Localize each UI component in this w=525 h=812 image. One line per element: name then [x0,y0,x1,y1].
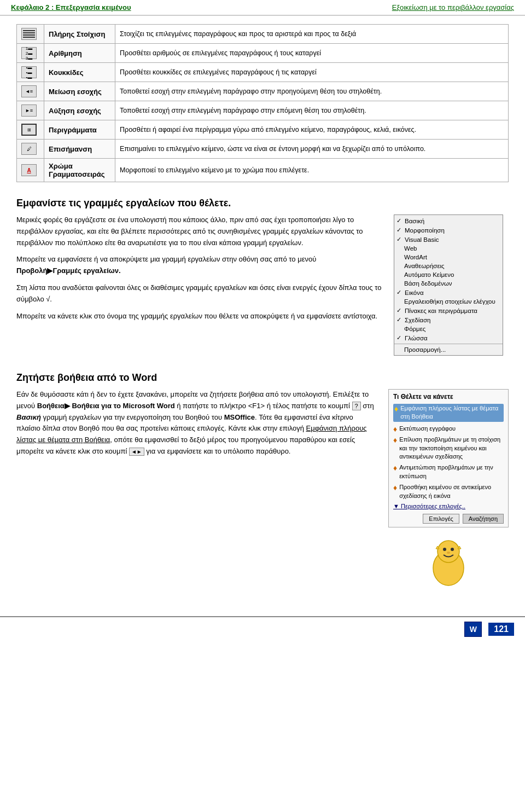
assistant-character-icon [424,535,473,590]
help-item-text: Επίλυση προβλημάτων με τη στοίχιση και τ… [399,436,504,461]
section1-p1: Μερικές φορές θα εργάζεστε σε ένα υπολογ… [16,214,383,248]
bullet-icon: ♦ [394,405,398,413]
page-footer: W 121 [0,616,525,641]
section2-content: Εάν δε θυμόσαστε κάτι ή δεν το έχετε ξαν… [16,389,509,591]
menu-item-review: Αναθεωρήσεις [394,262,503,270]
menu-item-draw: Σχεδίαση [394,315,503,324]
menu-item-tables: Πίνακες και περιγράμματα [394,306,503,315]
help-item-1: ♦ Εμφάνιση πλήρους λίστας με θέματα στη … [393,404,504,422]
menu-item-autotext: Αυτόματο Κείμενο [394,270,503,279]
help-item-text: Εκτύπωση εγγράφου [399,425,456,433]
page-header: Κεφάλαιο 2 : Επεξεργασία κειμένου Εξοικε… [0,0,525,16]
help-item-3: ♦ Επίλυση προβλημάτων με τη στοίχιση και… [393,436,504,461]
toolbar-icon-cell: ◄≡ [17,82,44,101]
assistant-character-area [388,535,509,591]
toolbar-icon-cell: ⊞ [17,120,44,140]
help-dialog: Τι Θέλετε να κάνετε ♦ Εμφάνιση πλήρους λ… [388,389,509,527]
menu-item-wordart: WordArt [394,253,503,262]
svg-point-4 [447,552,450,554]
bullet-icon: ♦ [393,436,397,444]
svg-point-3 [451,548,454,551]
dialog-title: Τι Θέλετε να κάνετε [393,393,504,401]
section1-p2: Μπορείτε να εμφανίσετε ή να αποκρύψετε μ… [16,254,383,277]
menu-item-image: Εικόνα [394,288,503,297]
toolbar-menu-box: Βασική Μορφοποίηση Visual Basic Web Word… [394,214,503,356]
help-dialog-area: Τι Θέλετε να κάνετε ♦ Εμφάνιση πλήρους λ… [388,389,509,591]
toolbar-desc-cell: Προσθέτει κουκκίδες σε επιλεγμένες παραγ… [115,63,509,82]
help-item-5: ♦ Προσθήκη κειμένου σε αντικείμενο σχεδί… [393,483,504,500]
bullet-icon: ♦ [393,425,397,433]
toolbar-desc-cell: Τοποθετεί εσοχή στην επιλεγμένη παράγραφ… [115,82,509,101]
toolbar-name-cell: Κουκκίδες [44,63,115,82]
toolbar-name-cell: Επισήμανση [44,140,115,159]
toolbar-desc-cell: Προσθέτει αριθμούς σε επιλεγμένες παραγρ… [115,44,509,63]
section-title: Εξοικείωση με το περιβάλλον εργασίας [392,3,514,11]
toolbar-icon-cell [17,25,44,44]
help-item-2: ♦ Εκτύπωση εγγράφου [393,425,504,433]
toolbar-desc-cell: Επισημαίνει το επιλεγμένο κείμενο, ώστε … [115,140,509,159]
menu-item-forms: Φόρμες [394,324,503,333]
menu-item-lang: Γλώσσα [394,333,503,343]
menu-item-db: Βάση δεδομένων [394,279,503,288]
page-number: 121 [488,623,514,636]
toolbar-name-cell: Περιγράμματα [44,120,115,140]
page-content: Πλήρης ΣτοίχισηΣτοιχίζει τις επιλεγμένες… [0,16,525,600]
menu-screenshot: Βασική Μορφοποίηση Visual Basic Web Word… [394,214,509,356]
bullet-icon: ♦ [393,484,397,491]
toolbar-icon-cell: 1▬2▬3▬ [17,44,44,63]
chapter-title: Κεφάλαιο 2 : Επεξεργασία κειμένου [11,3,131,11]
menu-item-web: Web [394,244,503,253]
section2-text: Εάν δε θυμόσαστε κάτι ή δεν το έχετε ξαν… [16,389,377,591]
options-button[interactable]: Επιλογές [423,514,459,524]
toolbar-desc-cell: Στοιχίζει τις επιλεγμένες παραγράφους κα… [115,25,509,44]
toolbar-name-cell: Αύξηση εσοχής [44,101,115,120]
help-item-text: Προσθήκη κειμένου σε αντικείμενο σχεδίασ… [399,483,504,500]
menu-item-format: Μορφοποίηση [394,225,503,235]
toolbar-desc-cell: Μορφοποιεί το επιλεγμένο κείμενο με το χ… [115,159,509,182]
toolbar-name-cell: Μείωση εσοχής [44,82,115,101]
toolbar-desc-cell: Τοποθετεί εσοχή στην επιλεγμένη παράγραφ… [115,101,509,120]
help-item-text: Εμφάνιση πλήρους λίστας με θέματα στη Βο… [400,404,503,421]
toolbar-name-cell: Πλήρης Στοίχιση [44,25,115,44]
dialog-actions: Επιλογές Αναζήτηση [393,514,504,524]
menu-item-controls: Εργαλειοθήκη στοιχείων ελέγχου [394,297,503,306]
toolbar-icon-cell: A [17,159,44,182]
section1-p4: Μπορείτε να κάνετε κλικ στο όνομα της γρ… [16,311,383,322]
toolbar-icon-cell: •▬•▬•▬ [17,63,44,82]
menu-separator [394,344,503,344]
word-icon-label: W [470,625,477,634]
bullet-icon: ♦ [393,464,397,472]
section1-heading: Εμφανίστε τις γραμμές εργαλείων που θέλε… [16,198,509,209]
toolbar-desc-cell: Προσθέτει ή αφαιρεί ένα περίγραμμα γύρω … [115,120,509,140]
word-icon: W [464,622,482,637]
section2-p1: Εάν δε θυμόσαστε κάτι ή δεν το έχετε ξαν… [16,389,377,457]
section1-content: Μερικές φορές θα εργάζεστε σε ένα υπολογ… [16,214,509,356]
section1-text: Μερικές φορές θα εργάζεστε σε ένα υπολογ… [16,214,383,356]
help-item-text: Αντιμετώπιση προβλημάτων με την εκτύπωση [399,463,504,480]
help-item-4: ♦ Αντιμετώπιση προβλημάτων με την εκτύπω… [393,463,504,480]
toolbar-icon-cell: ►≡ [17,101,44,120]
svg-point-2 [443,548,446,551]
section2-heading: Ζητήστε βοήθεια από το Word [16,372,509,384]
menu-item-vba: Visual Basic [394,235,503,244]
search-button[interactable]: Αναζήτηση [463,514,504,524]
toolbar-table: Πλήρης ΣτοίχισηΣτοιχίζει τις επιλεγμένες… [16,24,509,182]
more-options-link[interactable]: ▼ Περισσότερες επιλογές.. [393,503,504,509]
toolbar-name-cell: Αρίθμηση [44,44,115,63]
menu-item-basic: Βασική [394,216,503,225]
toolbar-name-cell: Χρώμα Γραμματοσειράς [44,159,115,182]
section1-p3: Στη λίστα που αναδύεται φαίνονται όλες ο… [16,282,383,305]
menu-item-customize: Προσαρμογή... [394,345,503,354]
toolbar-icon-cell: 🖊 [17,140,44,159]
